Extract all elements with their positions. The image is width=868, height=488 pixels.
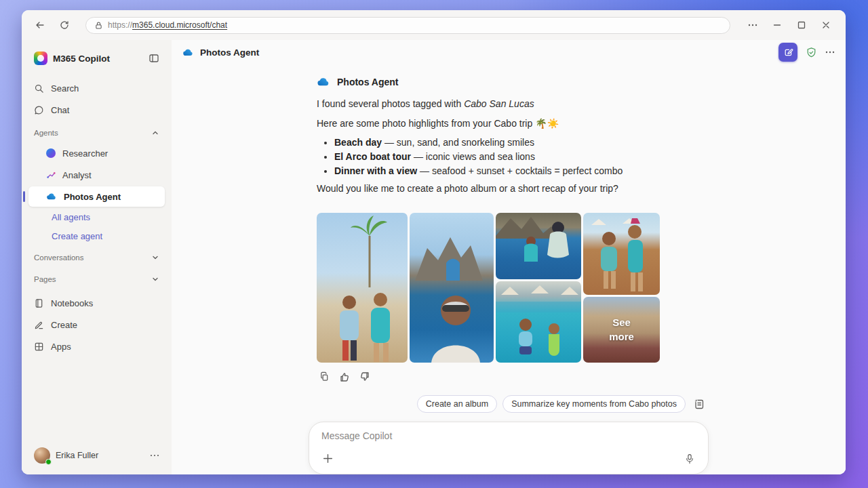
photo-kids-on-deck[interactable]: [583, 213, 660, 295]
section-agents[interactable]: Agents: [28, 123, 165, 142]
photo-pool-swim[interactable]: [496, 281, 581, 363]
message-input[interactable]: [321, 430, 696, 448]
highlights-list: Beach day — sun, sand, and snorkeling sm…: [309, 134, 709, 180]
message-paragraph: I found several photos tagged with Cabo …: [309, 98, 709, 110]
cloud-icon: [182, 47, 194, 58]
sidebar-item-create[interactable]: Create: [28, 314, 165, 335]
refresh-button[interactable]: [56, 16, 73, 34]
cloud-icon: [317, 75, 330, 89]
new-chat-button[interactable]: [778, 43, 797, 62]
chat-more-button[interactable]: [825, 51, 835, 54]
sidebar-item-notebooks[interactable]: Notebooks: [28, 293, 165, 313]
message-sender: Photos Agent: [337, 77, 398, 87]
close-button[interactable]: [816, 16, 836, 34]
create-agent-link[interactable]: Create agent: [28, 226, 165, 245]
main-panel: Photos Agent: [172, 40, 846, 474]
sidebar-item-label: Search: [51, 83, 79, 94]
copy-icon[interactable]: [318, 371, 330, 383]
conversation-area: Photos Agent I found several photos tagg…: [172, 64, 846, 474]
sidebar-item-analyst[interactable]: Analyst: [28, 165, 165, 185]
message-paragraph: Here are some photo highlights from your…: [309, 117, 709, 129]
minimize-button[interactable]: [767, 16, 787, 34]
tag-name: Cabo San Lucas: [464, 98, 534, 109]
list-item: El Arco boat tour — iconic views and sea…: [334, 150, 709, 163]
url-bar[interactable]: https:// m365.cloud.microsoft/chat: [85, 17, 730, 34]
sidebar-item-researcher[interactable]: Researcher: [28, 143, 165, 163]
list-item: Beach day — sun, sand, and snorkeling sm…: [334, 136, 709, 148]
app-title: M365 Copilot: [53, 54, 143, 64]
see-more-label: See more: [602, 297, 642, 363]
create-pen-icon: [34, 320, 44, 330]
sidebar: M365 Copilot Search Chat Agents Research…: [22, 40, 172, 474]
add-attachment-button[interactable]: [320, 451, 335, 466]
search-icon: [34, 83, 44, 94]
chevron-up-icon: [151, 129, 159, 137]
thumbs-up-icon[interactable]: [338, 371, 351, 383]
sidebar-item-apps[interactable]: Apps: [28, 336, 165, 357]
browser-menu-button[interactable]: [743, 16, 763, 34]
mic-icon[interactable]: [682, 451, 697, 466]
lock-icon: [94, 21, 103, 30]
browser-window: https:// m365.cloud.microsoft/chat M365 …: [22, 10, 846, 474]
analyst-chart-icon: [46, 170, 56, 180]
apps-grid-icon: [34, 342, 44, 352]
chat-header: Photos Agent: [172, 40, 846, 64]
photo-grid: See more: [317, 213, 701, 363]
suggestion-chip-summarize[interactable]: Summarize key moments from Cabo photos: [502, 395, 686, 413]
browser-toolbar: https:// m365.cloud.microsoft/chat: [22, 10, 846, 40]
message-paragraph: Would you like me to create a photo albu…: [309, 182, 709, 195]
message-actions: [318, 371, 701, 383]
suggestion-chip-create-album[interactable]: Create an album: [417, 395, 497, 413]
researcher-orb-icon: [46, 148, 56, 158]
view-prompts-icon[interactable]: [691, 396, 707, 412]
chat-icon: [34, 105, 44, 115]
protected-shield-icon[interactable]: [806, 47, 817, 58]
suggestion-row: Create an album Summarize key moments fr…: [309, 395, 709, 413]
section-pages[interactable]: Pages: [28, 270, 165, 289]
sidebar-item-photos-agent[interactable]: Photos Agent: [28, 186, 165, 207]
photo-boat-tour[interactable]: [496, 213, 581, 279]
section-conversations[interactable]: Conversations: [28, 248, 165, 267]
url-scheme: https://: [108, 20, 132, 30]
sidebar-item-chat[interactable]: Chat: [28, 100, 165, 120]
message-input-container: [309, 422, 709, 474]
all-agents-link[interactable]: All agents: [28, 207, 165, 226]
see-more-tile[interactable]: See more: [583, 297, 660, 363]
list-item: Dinner with a view — seafood + sunset + …: [334, 165, 709, 177]
chat-title: Photos Agent: [200, 47, 772, 58]
user-name: Erika Fuller: [56, 451, 144, 460]
cloud-icon: [46, 191, 57, 202]
photo-el-arco-selfie[interactable]: [410, 213, 494, 363]
presence-available-icon: [45, 459, 52, 465]
url-domain: m365.cloud.microsoft/chat: [132, 20, 227, 30]
user-more-icon[interactable]: [150, 454, 159, 457]
chevron-down-icon: [151, 253, 159, 262]
back-button[interactable]: [31, 16, 49, 34]
selected-indicator: [23, 191, 25, 202]
thumbs-down-icon[interactable]: [359, 371, 371, 383]
maximize-button[interactable]: [791, 16, 812, 34]
notebook-icon: [34, 298, 44, 308]
chevron-down-icon: [151, 275, 159, 283]
copilot-logo-icon: [34, 52, 47, 65]
user-account-button[interactable]: Erika Fuller: [28, 443, 165, 468]
sidebar-item-label: Chat: [51, 105, 69, 115]
avatar: [34, 447, 50, 464]
sidebar-item-search[interactable]: Search: [28, 78, 165, 98]
photo-beach-kids[interactable]: [317, 213, 408, 363]
collapse-sidebar-icon[interactable]: [149, 53, 159, 64]
